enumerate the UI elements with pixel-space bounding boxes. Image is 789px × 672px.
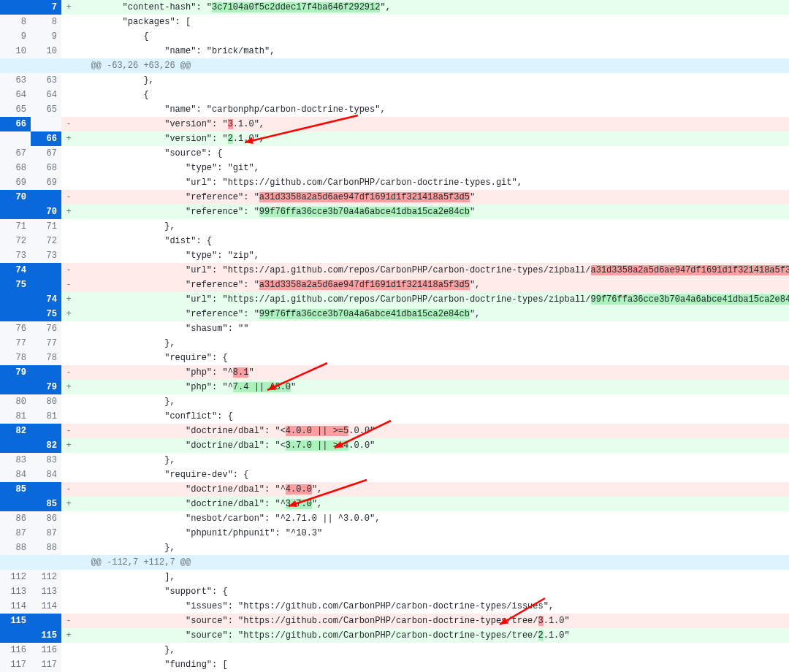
new-line-num[interactable]: 70 — [31, 205, 61, 219]
old-line-num[interactable]: 64 — [0, 88, 31, 102]
diff-row[interactable]: 6464 { — [0, 88, 789, 102]
code-cell[interactable]: "require-dev": { — [76, 467, 789, 482]
diff-row[interactable]: 82+ "doctrine/dbal": "<3.7.0 || >=4.0.0" — [0, 438, 789, 453]
code-cell[interactable]: "version": "3.1.0", — [76, 117, 789, 131]
code-cell[interactable]: "source": "https://github.com/CarbonPHP/… — [76, 614, 789, 628]
diff-row[interactable]: 7373 "type": "zip", — [0, 248, 789, 263]
code-cell[interactable]: "phpunit/phpunit": "^10.3" — [76, 526, 789, 541]
diff-row[interactable]: 66+ "version": "2.1.0", — [0, 131, 789, 146]
new-line-num[interactable]: 80 — [31, 394, 61, 409]
diff-row[interactable]: 7+ "content-hash": "3c7104a0f5c2ddec17f4… — [0, 0, 789, 15]
diff-row[interactable]: 8484 "require-dev": { — [0, 467, 789, 482]
diff-row[interactable]: 99 { — [0, 29, 789, 44]
new-line-num[interactable] — [31, 263, 61, 278]
new-line-num[interactable]: 75 — [31, 307, 61, 321]
diff-row[interactable]: @@ -63,26 +63,26 @@ — [0, 58, 789, 73]
code-cell[interactable]: "type": "zip", — [76, 248, 789, 263]
new-line-num[interactable]: 88 — [31, 541, 61, 555]
old-line-num[interactable]: 74 — [0, 263, 31, 278]
new-line-num[interactable]: 83 — [31, 453, 61, 467]
old-line-num[interactable] — [0, 380, 31, 394]
new-line-num[interactable]: 78 — [31, 351, 61, 365]
diff-row[interactable]: 117117 "funding": [ — [0, 657, 789, 672]
new-line-num[interactable]: 8 — [31, 15, 61, 29]
code-cell[interactable]: "conflict": { — [76, 409, 789, 424]
new-line-num[interactable]: 69 — [31, 175, 61, 190]
code-cell[interactable]: }, — [76, 394, 789, 409]
diff-row[interactable]: 115+ "source": "https://github.com/Carbo… — [0, 628, 789, 643]
new-line-num[interactable]: 68 — [31, 161, 61, 175]
diff-row[interactable]: 70+ "reference": "99f76ffa36cce3b70a4a6a… — [0, 205, 789, 219]
old-line-num[interactable]: 67 — [0, 146, 31, 161]
new-line-num[interactable]: 7 — [31, 0, 61, 15]
diff-row[interactable]: 1010 "name": "brick/math", — [0, 44, 789, 58]
old-line-num[interactable]: 79 — [0, 365, 31, 380]
old-line-num[interactable]: 82 — [0, 424, 31, 438]
new-line-num[interactable] — [31, 117, 61, 131]
diff-row[interactable]: 85+ "doctrine/dbal": "^3.7.0", — [0, 497, 789, 511]
code-cell[interactable]: { — [76, 88, 789, 102]
diff-row[interactable]: 70- "reference": "a31d3358a2a5d6ae947df1… — [0, 190, 789, 205]
new-line-num[interactable]: 113 — [31, 584, 61, 599]
code-cell[interactable]: "doctrine/dbal": "<3.7.0 || >=4.0.0" — [76, 438, 789, 453]
code-cell[interactable]: "name": "carbonphp/carbon-doctrine-types… — [76, 102, 789, 117]
code-cell[interactable]: "reference": "a31d3358a2a5d6ae947df1691d… — [76, 190, 789, 205]
old-line-num[interactable]: 70 — [0, 190, 31, 205]
diff-row[interactable]: 6767 "source": { — [0, 146, 789, 161]
old-line-num[interactable]: 66 — [0, 117, 31, 131]
diff-row[interactable]: 6363 }, — [0, 73, 789, 88]
new-line-num[interactable]: 112 — [31, 570, 61, 584]
new-line-num[interactable]: 85 — [31, 497, 61, 511]
new-line-num[interactable]: 82 — [31, 438, 61, 453]
code-cell[interactable]: "content-hash": "3c7104a0f5c2ddec17f4ba6… — [76, 0, 789, 15]
code-cell[interactable]: "url": "https://api.github.com/repos/Car… — [76, 263, 789, 278]
new-line-num[interactable]: 81 — [31, 409, 61, 424]
new-line-num[interactable] — [31, 365, 61, 380]
code-cell[interactable]: "reference": "99f76ffa36cce3b70a4a6abce4… — [76, 205, 789, 219]
new-line-num[interactable]: 9 — [31, 29, 61, 44]
diff-row[interactable]: 113113 "support": { — [0, 584, 789, 599]
code-cell[interactable]: { — [76, 29, 789, 44]
new-line-num[interactable]: 116 — [31, 643, 61, 657]
diff-row[interactable]: 66- "version": "3.1.0", — [0, 117, 789, 131]
new-line-num[interactable] — [31, 190, 61, 205]
new-line-num[interactable]: 71 — [31, 219, 61, 234]
code-cell[interactable]: "reference": "99f76ffa36cce3b70a4a6abce4… — [76, 307, 789, 321]
diff-row[interactable]: 75- "reference": "a31d3358a2a5d6ae947df1… — [0, 278, 789, 292]
code-cell[interactable]: "reference": "a31d3358a2a5d6ae947df1691d… — [76, 278, 789, 292]
old-line-num[interactable]: 116 — [0, 643, 31, 657]
diff-row[interactable]: 7272 "dist": { — [0, 234, 789, 248]
diff-row[interactable]: 7878 "require": { — [0, 351, 789, 365]
old-line-num[interactable]: 117 — [0, 657, 31, 672]
new-line-num[interactable] — [31, 482, 61, 497]
diff-row[interactable]: 79- "php": "^8.1" — [0, 365, 789, 380]
code-cell[interactable]: "packages": [ — [76, 15, 789, 29]
code-cell[interactable]: "php": "^8.1" — [76, 365, 789, 380]
old-line-num[interactable]: 80 — [0, 394, 31, 409]
code-cell[interactable]: "doctrine/dbal": "^4.0.0", — [76, 482, 789, 497]
old-line-num[interactable]: 69 — [0, 175, 31, 190]
diff-row[interactable]: 114114 "issues": "https://github.com/Car… — [0, 599, 789, 614]
new-line-num[interactable] — [31, 614, 61, 628]
new-line-num[interactable]: 79 — [31, 380, 61, 394]
code-cell[interactable]: ], — [76, 570, 789, 584]
code-cell[interactable]: "issues": "https://github.com/CarbonPHP/… — [76, 599, 789, 614]
code-cell[interactable]: "doctrine/dbal": "^3.7.0", — [76, 497, 789, 511]
diff-row[interactable]: 74- "url": "https://api.github.com/repos… — [0, 263, 789, 278]
old-line-num[interactable] — [0, 438, 31, 453]
old-line-num[interactable] — [0, 0, 31, 15]
old-line-num[interactable]: 83 — [0, 453, 31, 467]
old-line-num[interactable] — [0, 628, 31, 643]
diff-row[interactable]: 6969 "url": "https://github.com/CarbonPH… — [0, 175, 789, 190]
code-cell[interactable]: }, — [76, 336, 789, 351]
code-cell[interactable]: "require": { — [76, 351, 789, 365]
code-cell[interactable]: }, — [76, 541, 789, 555]
old-line-num[interactable]: 8 — [0, 15, 31, 29]
code-cell[interactable]: }, — [76, 643, 789, 657]
new-line-num[interactable]: 65 — [31, 102, 61, 117]
old-line-num[interactable]: 75 — [0, 278, 31, 292]
old-line-num[interactable]: 71 — [0, 219, 31, 234]
diff-row[interactable]: @@ -112,7 +112,7 @@ — [0, 555, 789, 570]
diff-row[interactable]: 8080 }, — [0, 394, 789, 409]
old-line-num[interactable] — [0, 307, 31, 321]
